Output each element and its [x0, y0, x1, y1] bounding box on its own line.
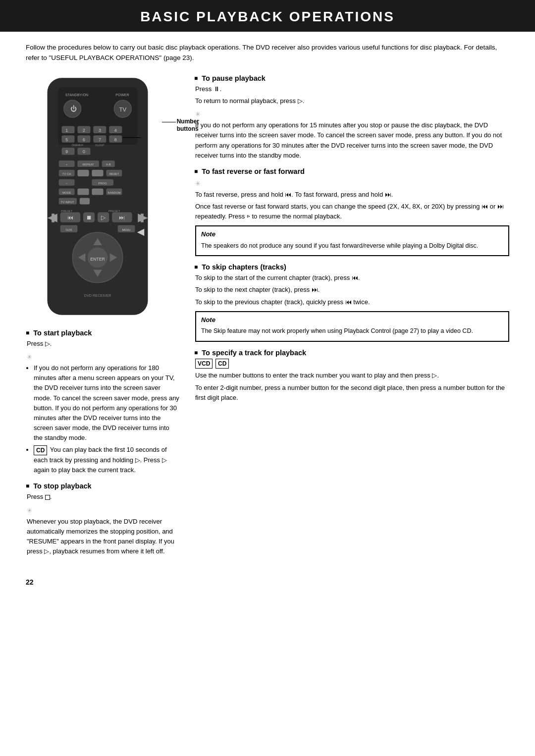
note-box-skip: Note The Skip feature may not work prope… [195, 311, 509, 342]
svg-text:1: 1 [65, 128, 68, 133]
svg-rect-40 [92, 170, 103, 176]
note-box-fast: Note The speakers do not produce any sou… [195, 225, 509, 256]
svg-text:TV CH: TV CH [62, 172, 71, 175]
svg-text:8: 8 [114, 137, 117, 142]
svg-text:⏭: ⏭ [119, 214, 125, 220]
start-press-text: Press ▷. [27, 339, 179, 349]
fast-tip-text: To fast reverse, press and hold ⏮. To fa… [195, 190, 509, 200]
section-skip-chapters: To skip chapters (tracks) To skip to the… [194, 263, 509, 341]
svg-text:TV INPUT: TV INPUT [61, 200, 74, 203]
page-content: Follow the procedures below to carry out… [0, 43, 535, 606]
specify-line2: To enter 2-digit number, press a number … [195, 383, 509, 403]
section-body-pause: Press ⏸. To return to normal playback, p… [194, 84, 509, 161]
svg-rect-49 [77, 188, 89, 195]
svg-text:+: + [66, 163, 68, 166]
start-bullet-1: If you do not perform any operations for… [34, 363, 179, 443]
left-column: STANDBY/ON POWER ⏻ TV 1 [26, 74, 179, 563]
note-text-fast: The speakers do not produce any sound if… [201, 241, 503, 251]
svg-marker-69 [141, 214, 144, 222]
svg-text:MENU: MENU [122, 228, 130, 231]
section-fast-ff: To fast reverse or fast forward To fast … [194, 167, 509, 256]
section-body-specify: VCD CD Use the number buttons to enter t… [194, 359, 509, 403]
svg-text:PROG: PROG [99, 182, 107, 185]
page-title: BASIC PLAYBACK OPERATIONS [0, 9, 535, 25]
svg-text:RANDOM: RANDOM [107, 191, 120, 194]
svg-rect-55 [80, 198, 90, 204]
fast-detail: Once fast reverse or fast forward starts… [195, 202, 509, 221]
svg-text:A-B: A-B [106, 163, 111, 166]
specify-line1: Use the number buttons to enter the trac… [195, 371, 509, 380]
svg-text:RESET: RESET [109, 172, 119, 175]
svg-text:4: 4 [114, 128, 117, 133]
svg-text:⏻: ⏻ [70, 105, 77, 112]
remote-svg: STANDBY/ON POWER ⏻ TV 1 [26, 74, 169, 319]
page-header: BASIC PLAYBACK OPERATIONS [0, 0, 535, 32]
vcd-badge: VCD [195, 359, 213, 369]
svg-text:3: 3 [99, 128, 101, 133]
start-bullet-list: If you do not perform any operations for… [27, 363, 179, 475]
section-title-specify: To specify a track for playback [194, 349, 509, 357]
svg-text:7: 7 [99, 137, 101, 142]
svg-text:MODE: MODE [62, 191, 71, 194]
note-text-skip: The Skip feature may not work properly w… [201, 326, 503, 336]
pause-detail: If you do not perform any operations for… [195, 120, 509, 161]
intro-text: Follow the procedures below to carry out… [26, 43, 509, 63]
page-number: 22 [26, 578, 509, 586]
section-stop-playback: To stop playback Press . Whenever you st… [26, 482, 179, 556]
section-specify-track: To specify a track for playback VCD CD U… [194, 349, 509, 403]
pause-return: To return to normal playback, press ▷. [195, 96, 509, 106]
section-title-start: To start playback [26, 329, 179, 337]
svg-text:⏹: ⏹ [86, 214, 92, 220]
section-title-stop: To stop playback [26, 482, 179, 490]
cd-badge: CD [34, 445, 47, 456]
page-wrapper: BASIC PLAYBACK OPERATIONS Follow the pro… [0, 0, 535, 606]
svg-text:ENTER: ENTER [90, 256, 105, 261]
svg-rect-8 [62, 126, 75, 133]
skip-line2: To skip to the next chapter (track), pre… [195, 285, 509, 295]
svg-text:STANDBY/ON: STANDBY/ON [65, 92, 89, 97]
section-body-fast: To fast reverse, press and hold ⏮. To fa… [194, 177, 509, 256]
cd-badge-specify: CD [215, 359, 229, 369]
svg-text:9: 9 [65, 149, 68, 154]
svg-rect-26 [62, 148, 75, 155]
svg-marker-59 [52, 214, 54, 222]
svg-rect-39 [77, 170, 89, 176]
start-bullet-2: CD You can play back the first 10 second… [34, 445, 179, 475]
section-title-pause: To pause playback [194, 74, 509, 82]
svg-text:REPEAT: REPEAT [83, 163, 94, 166]
section-title-skip: To skip chapters (tracks) [194, 263, 509, 271]
tip-icon-stop [27, 506, 32, 516]
section-start-playback: To start playback Press ▷. If you do not… [26, 329, 179, 476]
tip-icon-fast [195, 179, 201, 189]
stop-detail: Whenever you stop playback, the DVD rece… [27, 517, 179, 557]
pause-press: Press ⏸. [195, 84, 509, 94]
svg-rect-16 [62, 135, 75, 143]
section-body-stop: Press . Whenever you stop playback, the … [26, 492, 179, 556]
svg-text:POWER: POWER [115, 92, 129, 97]
svg-text:DIMMER: DIMMER [72, 144, 84, 147]
svg-text:GUR: GUR [66, 228, 72, 231]
section-body-skip: To skip to the start of the current chap… [194, 273, 509, 341]
svg-text:DVD RECEIVER: DVD RECEIVER [84, 293, 111, 298]
stop-press-text: Press . [27, 492, 179, 502]
tip-icon-start [27, 352, 32, 362]
number-buttons-label: Number buttons [177, 118, 199, 133]
svg-text:SLEEP: SLEEP [95, 144, 105, 147]
right-column: To pause playback Press ⏸. To return to … [194, 74, 509, 410]
svg-text:TV: TV [119, 106, 126, 112]
svg-text:5: 5 [65, 137, 68, 142]
section-title-fast: To fast reverse or fast forward [194, 167, 509, 175]
note-title-fast: Note [201, 229, 503, 239]
svg-text:▷: ▷ [101, 214, 106, 220]
svg-text:0: 0 [83, 149, 85, 154]
specify-badges: VCD CD [195, 359, 509, 369]
svg-rect-50 [92, 188, 103, 195]
section-pause-playback: To pause playback Press ⏸. To return to … [194, 74, 509, 161]
svg-text:⏮: ⏮ [67, 214, 73, 220]
skip-line1: To skip to the start of the current chap… [195, 273, 509, 283]
remote-container: STANDBY/ON POWER ⏻ TV 1 [26, 74, 169, 320]
svg-text:2: 2 [83, 128, 85, 133]
skip-line3: To skip to the previous chapter (track),… [195, 297, 509, 307]
section-body-start: Press ▷. If you do not perform any opera… [26, 339, 179, 476]
note-title-skip: Note [201, 315, 503, 325]
